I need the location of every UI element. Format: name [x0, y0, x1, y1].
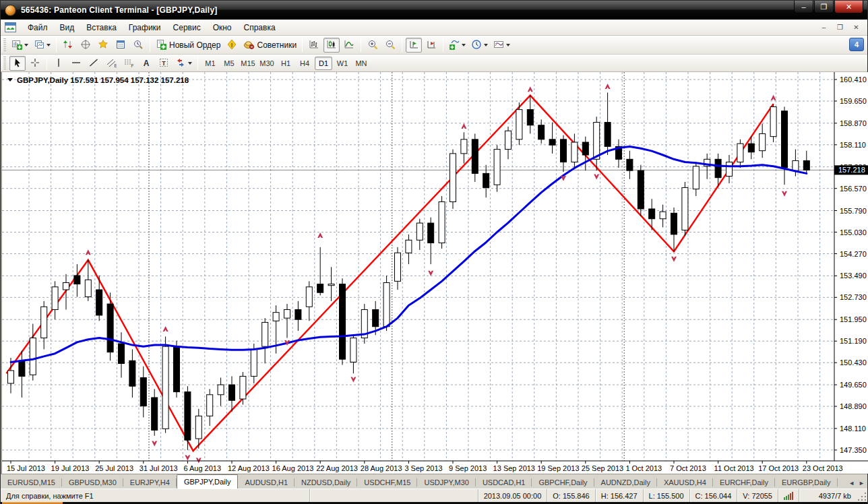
date-scale-label[interactable]: 25 Jul 2013 [95, 464, 133, 472]
periods-dropdown-arrow[interactable] [484, 44, 488, 46]
chart-tab-eurusdm15[interactable]: EURUSD,M15 [1, 476, 62, 489]
date-scale-label[interactable]: 7 Oct 2013 [670, 464, 706, 472]
zoom-out-button[interactable] [382, 38, 398, 53]
chart-tab-usdchfm15[interactable]: USDCHF,M15 [357, 476, 417, 489]
title-bar[interactable]: 565436: Panteon Client Terminal - [GBPJP… [1, 1, 867, 20]
timeframe-m15-button[interactable]: M15 [239, 57, 257, 70]
bar-chart-button[interactable] [306, 38, 322, 53]
arrows-dropdown-arrow[interactable] [188, 62, 192, 65]
price-scale-label[interactable]: 152.730 [840, 293, 867, 301]
timeframe-mn-button[interactable]: MN [352, 57, 370, 70]
horizontal-line-button[interactable] [68, 56, 84, 71]
price-scale-label[interactable]: 154.270 [840, 250, 867, 258]
resize-grip[interactable] [858, 493, 867, 502]
timeframe-d1-button[interactable]: D1 [315, 57, 332, 70]
price-scale-label[interactable]: 159.650 [840, 97, 867, 105]
date-scale-label[interactable]: 13 Sep 2013 [493, 464, 535, 472]
timeframe-m30-button[interactable]: M30 [258, 57, 276, 70]
menu-item-6[interactable]: Справка [238, 21, 282, 34]
new-chart-button[interactable] [9, 38, 30, 53]
zoom-in-button[interactable] [365, 38, 381, 53]
templates-dropdown-arrow[interactable] [506, 44, 510, 46]
tab-scroll-left-button[interactable]: ◄ [848, 480, 855, 486]
menu-item-1[interactable]: Вид [54, 21, 81, 34]
timeframe-w1-button[interactable]: W1 [334, 57, 351, 70]
menu-item-2[interactable]: Вставка [80, 21, 123, 34]
date-scale-label[interactable]: 23 Oct 2013 [803, 464, 843, 472]
chart-shift-button[interactable] [423, 38, 439, 53]
maximize-button[interactable]: ❐ [814, 1, 834, 13]
price-scale-label[interactable]: 147.350 [840, 446, 867, 454]
timeframe-h4-button[interactable]: H4 [296, 57, 313, 70]
market-watch-button[interactable] [60, 38, 76, 53]
price-scale-label[interactable]: 160.410 [840, 75, 867, 84]
date-scale-label[interactable]: 28 Aug 2013 [361, 464, 402, 472]
date-scale-label[interactable]: 9 Sep 2013 [449, 464, 487, 472]
timeframe-h1-button[interactable]: H1 [277, 57, 294, 70]
price-scale-label[interactable]: 149.650 [840, 381, 867, 389]
menu-item-4[interactable]: Сервис [167, 21, 207, 34]
navigator-button[interactable] [95, 38, 111, 53]
chart-tab-gbpusdm30[interactable]: GBPUSD,M30 [62, 476, 123, 489]
crosshair-button[interactable] [27, 56, 43, 71]
date-scale-label[interactable]: 19 Sep 2013 [537, 464, 579, 472]
date-scale-label[interactable]: 6 Aug 2013 [183, 464, 221, 472]
date-scale-label[interactable]: 16 Aug 2013 [272, 464, 314, 472]
chart-tab-nzdusddaily[interactable]: NZDUSD,Daily [294, 476, 357, 489]
menu-item-3[interactable]: Графики [123, 21, 167, 34]
text-button[interactable]: A [138, 56, 154, 71]
text-label-button[interactable]: T [156, 56, 172, 71]
child-close-button[interactable]: ✕ [849, 22, 863, 33]
toolbar-drag-handle[interactable] [3, 38, 6, 52]
line-chart-button[interactable] [341, 38, 357, 53]
toolbar-drag-handle[interactable] [3, 57, 6, 70]
date-scale-label[interactable]: 12 Aug 2013 [228, 464, 270, 472]
terminal-button[interactable] [113, 38, 129, 53]
minimize-button[interactable]: – [794, 1, 813, 13]
timeframe-m5-button[interactable]: M5 [220, 57, 238, 70]
equidistant-channel-button[interactable]: E [103, 56, 119, 71]
strategy-tester-button[interactable] [130, 38, 146, 53]
chart-profiles-button[interactable] [32, 38, 53, 53]
menu-item-0[interactable]: Файл [22, 21, 54, 34]
price-scale-label[interactable]: 158.110 [840, 141, 866, 149]
child-minimize-button[interactable]: – [817, 22, 831, 33]
menu-item-5[interactable]: Окно [207, 21, 238, 34]
indicators-dropdown-arrow[interactable] [462, 44, 466, 46]
auto-scroll-button[interactable] [406, 38, 422, 53]
date-scale-label[interactable]: 3 Sep 2013 [404, 464, 442, 472]
expert-advisors-button[interactable]: Советники [241, 38, 299, 53]
arrows-button[interactable] [173, 56, 194, 71]
trendline-button[interactable] [86, 56, 102, 71]
chart-tab-gbpjpydaily[interactable]: GBPJPY,Daily [177, 474, 239, 489]
periods-button[interactable] [469, 38, 490, 53]
date-scale-label[interactable]: 17 Oct 2013 [758, 464, 799, 472]
chart-tab-eurchfdaily[interactable]: EURCHF,Daily [713, 476, 775, 489]
date-scale-label[interactable]: 11 Oct 2013 [714, 464, 754, 472]
candlestick-chart-button[interactable] [323, 38, 340, 53]
date-scale-label[interactable]: 19 Jul 2013 [51, 464, 90, 472]
date-scale-label[interactable]: 22 Aug 2013 [316, 464, 358, 472]
cursor-button[interactable] [9, 56, 26, 71]
price-chart[interactable]: 160.410159.650158.870158.110157.330156.5… [2, 72, 868, 474]
indicators-button[interactable] [447, 38, 468, 53]
price-scale-label[interactable]: 150.430 [840, 358, 867, 367]
date-scale-label[interactable]: 15 Jul 2013 [7, 464, 45, 472]
price-scale-label[interactable]: 158.870 [840, 119, 867, 127]
chart-tab-usdjpym30[interactable]: USDJPY,M30 [417, 476, 475, 489]
price-scale-label[interactable]: 155.030 [840, 228, 867, 237]
date-scale-label[interactable]: 1 Oct 2013 [625, 464, 662, 472]
chart-tab-xauusdh4[interactable]: XAUUSD,H4 [657, 476, 713, 489]
chart-tab-eurjpyh4[interactable]: EURJPY,H4 [123, 476, 177, 489]
chart-profiles-dropdown-arrow[interactable] [46, 44, 51, 46]
new-chart-dropdown-arrow[interactable] [24, 44, 28, 46]
templates-button[interactable] [491, 38, 512, 53]
chart-tab-eurgbpdaily[interactable]: EURGBP,Daily [775, 476, 838, 489]
chart-tab-audnzddaily[interactable]: AUDNZD,Daily [594, 476, 657, 489]
data-window-button[interactable] [78, 38, 94, 53]
price-scale-label[interactable]: 148.110 [840, 424, 866, 433]
price-scale-label[interactable]: 151.190 [840, 337, 867, 345]
notifications-button[interactable]: 4 [849, 38, 864, 51]
chart-tab-gbpchfdaily[interactable]: GBPCHF,Daily [532, 476, 594, 489]
vertical-line-button[interactable] [51, 56, 67, 71]
